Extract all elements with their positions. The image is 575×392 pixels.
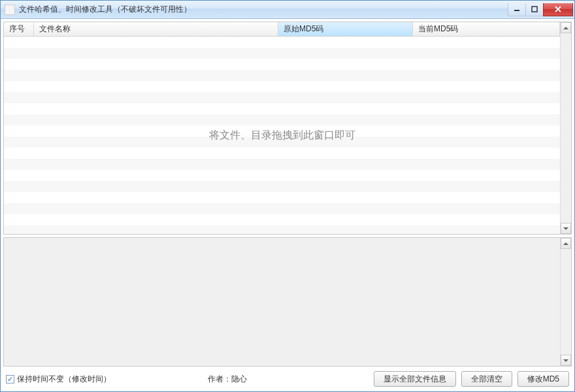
output-text[interactable] — [4, 238, 560, 366]
column-header-seq[interactable]: 序号 — [4, 22, 34, 36]
show-all-info-button[interactable]: 显示全部文件信息 — [374, 371, 456, 387]
scroll-up-button[interactable] — [561, 22, 571, 33]
title-bar[interactable]: 文件哈希值、时间修改工具（不破坏文件可用性） — [1, 1, 574, 19]
app-window: 文件哈希值、时间修改工具（不破坏文件可用性） 序号 文件名称 原始MD5码 当前… — [0, 0, 575, 392]
close-icon — [554, 6, 562, 12]
output-vertical-scrollbar[interactable] — [560, 238, 571, 366]
output-panel — [3, 237, 572, 367]
table-scroll: 序号 文件名称 原始MD5码 当前MD5码 将文件、目录拖拽到此窗口即可 — [4, 22, 560, 234]
app-icon — [5, 5, 15, 15]
table-body[interactable]: 将文件、目录拖拽到此窗口即可 — [4, 37, 560, 234]
checkbox-icon — [6, 375, 14, 384]
column-header-name[interactable]: 文件名称 — [34, 22, 278, 36]
row-stripes — [4, 37, 560, 234]
scroll-down-button[interactable] — [561, 223, 571, 234]
modify-md5-button[interactable]: 修改MD5 — [518, 371, 569, 387]
bottom-toolbar: 保持时间不变（修改时间） 作者：隐心 显示全部文件信息 全部清空 修改MD5 — [3, 369, 572, 389]
author-label: 作者：隐心 — [208, 374, 247, 385]
svg-rect-1 — [532, 7, 537, 12]
table-header: 序号 文件名称 原始MD5码 当前MD5码 — [4, 22, 560, 37]
minimize-icon — [514, 6, 520, 12]
close-button[interactable] — [543, 3, 573, 16]
table-vertical-scrollbar[interactable] — [560, 22, 571, 234]
column-header-original-md5[interactable]: 原始MD5码 — [278, 22, 413, 36]
clear-all-button[interactable]: 全部清空 — [461, 371, 512, 387]
file-table[interactable]: 序号 文件名称 原始MD5码 当前MD5码 将文件、目录拖拽到此窗口即可 — [3, 22, 572, 235]
keep-time-label: 保持时间不变（修改时间） — [17, 374, 111, 385]
column-header-current-md5[interactable]: 当前MD5码 — [413, 22, 560, 36]
keep-time-checkbox[interactable]: 保持时间不变（修改时间） — [6, 374, 111, 385]
scroll-down-button[interactable] — [561, 355, 571, 366]
window-title: 文件哈希值、时间修改工具（不破坏文件可用性） — [19, 4, 508, 15]
content-area: 序号 文件名称 原始MD5码 当前MD5码 将文件、目录拖拽到此窗口即可 — [1, 19, 574, 391]
maximize-icon — [531, 6, 538, 12]
window-controls — [508, 3, 573, 16]
maximize-button[interactable] — [525, 3, 544, 16]
minimize-button[interactable] — [508, 3, 526, 16]
scroll-up-button[interactable] — [561, 238, 571, 249]
